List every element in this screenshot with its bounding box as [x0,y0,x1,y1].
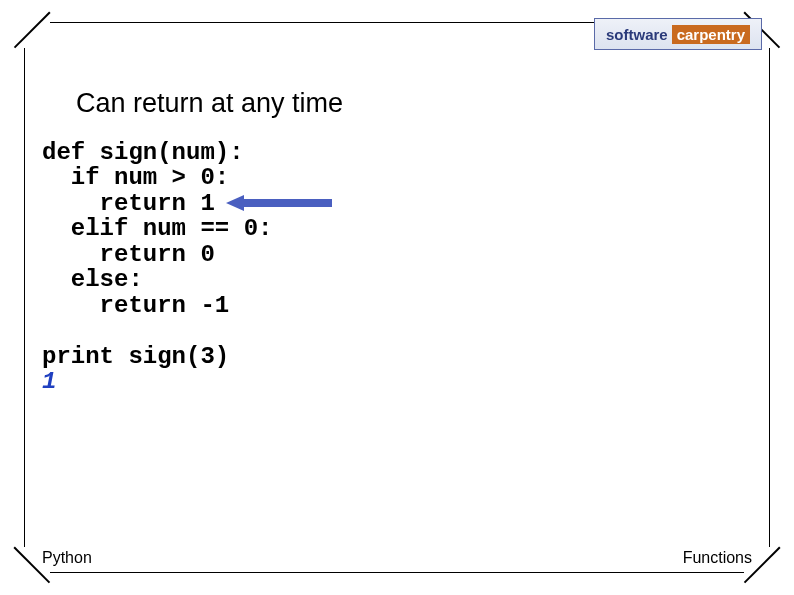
code-line-4: elif num == 0: [42,215,272,242]
footer-left: Python [42,549,92,567]
logo-word-carpentry: carpentry [672,25,750,44]
arrow-head-icon [226,195,244,211]
footer-right: Functions [683,549,752,567]
code-line-1: def sign(num): [42,139,244,166]
code-line-6: else: [42,266,143,293]
slide-title: Can return at any time [76,88,343,119]
output-line: 1 [42,368,56,395]
code-line-3: return 1 [42,190,215,217]
logo-word-software: software [606,26,668,43]
code-line-2: if num > 0: [42,164,229,191]
code-block: def sign(num): if num > 0: return 1 elif… [42,140,272,394]
code-line-8: print sign(3) [42,343,229,370]
software-carpentry-logo: software carpentry [594,18,762,50]
code-line-7: return -1 [42,292,229,319]
code-line-5: return 0 [42,241,215,268]
highlight-arrow [226,195,332,211]
corner-tl [14,12,50,48]
arrow-shaft [242,199,332,207]
